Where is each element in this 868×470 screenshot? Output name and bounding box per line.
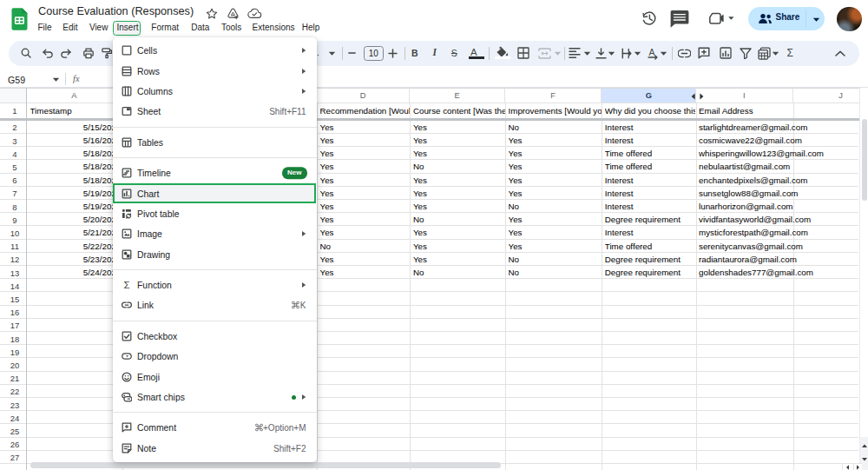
svg-text:Σ: Σ <box>123 280 129 290</box>
